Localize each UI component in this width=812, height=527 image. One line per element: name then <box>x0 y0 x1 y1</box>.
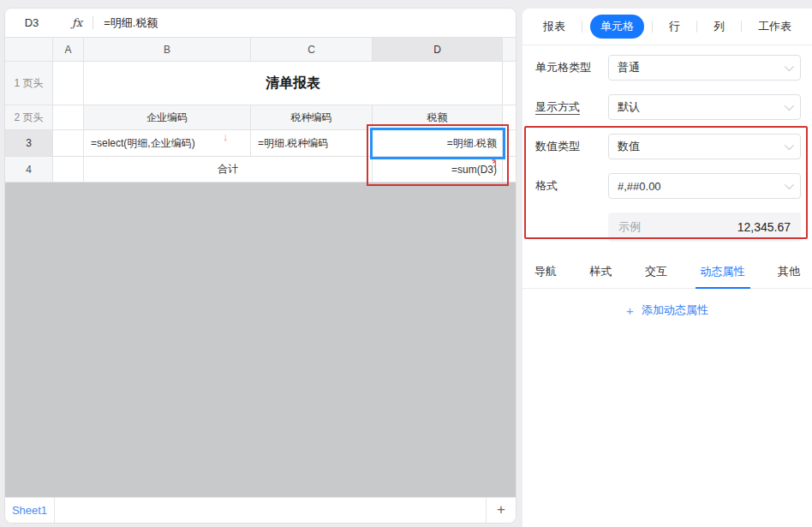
cell-d3-selected[interactable]: =明细.税额 <box>373 130 503 157</box>
format-value: #,##0.00 <box>618 180 661 193</box>
format-dropdown[interactable]: #,##0.00 <box>608 173 801 199</box>
row4-filler <box>503 157 516 183</box>
row-header-1[interactable]: 1 页头 <box>5 62 53 105</box>
display-mode-value: 默认 <box>618 99 640 115</box>
row-header-4[interactable]: 4 <box>5 157 53 183</box>
cell-d2[interactable]: 税额 <box>373 105 503 130</box>
property-format: 格式 #,##0.00 <box>535 173 801 199</box>
chevron-down-icon <box>785 141 794 150</box>
spreadsheet-grid: A B C D 1 页头 清单报表 2 页头 企业编码 税种编码 税额 3 =s… <box>5 38 516 183</box>
sample-label: 示例 <box>618 219 641 235</box>
row3-filler <box>503 130 516 157</box>
add-dynamic-property-link[interactable]: + 添加动态属性 <box>522 302 812 318</box>
tab-divider <box>741 21 742 33</box>
cell-reference-box[interactable]: D3 <box>5 16 58 29</box>
grid-canvas: A B C D 1 页头 清单报表 2 页头 企业编码 税种编码 税额 3 =s… <box>5 38 516 497</box>
numeric-type-label: 数值类型 <box>535 139 608 154</box>
grid-corner-cell[interactable] <box>5 38 53 62</box>
row2-filler <box>503 105 516 130</box>
sample-value: 12,345.67 <box>737 220 791 234</box>
panel-tab-bar: 报表 单元格 行 列 工作表 <box>522 9 812 45</box>
formula-input[interactable]: =明细.税额 <box>104 15 158 31</box>
numeric-type-value: 数值 <box>618 139 640 154</box>
numeric-type-dropdown[interactable]: 数值 <box>608 134 801 159</box>
tab-worksheet[interactable]: 工作表 <box>749 15 800 39</box>
column-header-b[interactable]: B <box>84 38 251 62</box>
cell-b2[interactable]: 企业编码 <box>84 105 251 130</box>
cell-b3[interactable]: =select(明细,企业编码) <box>84 130 251 157</box>
sub-tab-bar: 导航 样式 交互 动态属性 其他 <box>522 254 812 289</box>
chevron-down-icon <box>785 62 794 71</box>
formula-bar-divider <box>93 16 93 29</box>
sheet-tab-sheet1[interactable]: Sheet1 <box>5 498 55 523</box>
property-numeric-type: 数值类型 数值 <box>535 134 801 159</box>
row1-filler <box>503 62 516 105</box>
subtab-other[interactable]: 其他 <box>776 259 802 288</box>
subtab-interaction[interactable]: 交互 <box>643 259 669 288</box>
formula-bar: D3 ƒx =明细.税额 <box>5 9 516 38</box>
cell-a3[interactable] <box>53 130 84 157</box>
properties-panel: 报表 单元格 行 列 工作表 单元格类型 普通 显示方式 默认 数值 <box>522 9 812 527</box>
cell-type-dropdown[interactable]: 普通 <box>608 55 801 81</box>
column-header-c[interactable]: C <box>251 38 373 62</box>
row-header-3[interactable]: 3 <box>5 130 53 157</box>
display-mode-dropdown[interactable]: 默认 <box>608 94 801 120</box>
tab-divider <box>582 21 582 33</box>
tab-divider <box>696 21 697 33</box>
chevron-down-icon <box>785 101 794 111</box>
cell-b1-title[interactable]: 清单报表 <box>84 62 503 105</box>
cell-c2[interactable]: 税种编码 <box>251 105 373 130</box>
fx-icon: ƒx <box>72 16 82 29</box>
cell-type-value: 普通 <box>618 60 640 75</box>
format-label: 格式 <box>535 178 608 194</box>
plus-icon: + <box>626 303 634 318</box>
tab-column[interactable]: 列 <box>705 15 733 39</box>
add-sheet-button[interactable]: + <box>486 498 516 523</box>
property-list: 单元格类型 普通 显示方式 默认 数值类型 数值 格式 <box>522 45 812 242</box>
cell-type-label: 单元格类型 <box>535 60 608 75</box>
column-header-d[interactable]: D <box>373 38 503 62</box>
row-header-2[interactable]: 2 页头 <box>5 105 53 130</box>
chevron-down-icon <box>785 180 794 189</box>
tab-report[interactable]: 报表 <box>534 15 574 39</box>
format-sample-box: 示例 12,345.67 <box>608 213 801 242</box>
format-sample-row: 示例 12,345.67 <box>535 213 801 242</box>
property-cell-type: 单元格类型 普通 <box>535 55 801 81</box>
cell-a2[interactable] <box>53 105 84 130</box>
column-header-a[interactable]: A <box>53 38 84 62</box>
spreadsheet-designer-pane: D3 ƒx =明细.税额 A B C D 1 页头 清单报表 2 页头 企业编码… <box>5 9 516 523</box>
subtab-style[interactable]: 样式 <box>588 259 614 288</box>
tab-row[interactable]: 行 <box>660 15 689 39</box>
display-mode-label: 显示方式 <box>535 99 608 115</box>
cell-d4[interactable]: =sum(D3) <box>373 157 503 183</box>
subtab-navigation[interactable]: 导航 <box>533 259 558 288</box>
cell-c3[interactable]: =明细.税种编码 <box>251 130 373 157</box>
subtab-dynamic-props[interactable]: 动态属性 <box>699 259 747 288</box>
sheet-tab-bar: Sheet1 + <box>5 497 516 523</box>
cell-b4-merged[interactable]: 合计 <box>84 157 373 183</box>
property-display-mode: 显示方式 默认 <box>535 94 801 120</box>
tab-divider <box>652 21 653 33</box>
column-header-filler <box>503 38 516 62</box>
add-dynamic-property-label: 添加动态属性 <box>642 302 708 318</box>
tab-cell[interactable]: 单元格 <box>590 15 644 39</box>
cell-a4[interactable] <box>53 157 84 183</box>
cell-a1[interactable] <box>53 62 84 105</box>
